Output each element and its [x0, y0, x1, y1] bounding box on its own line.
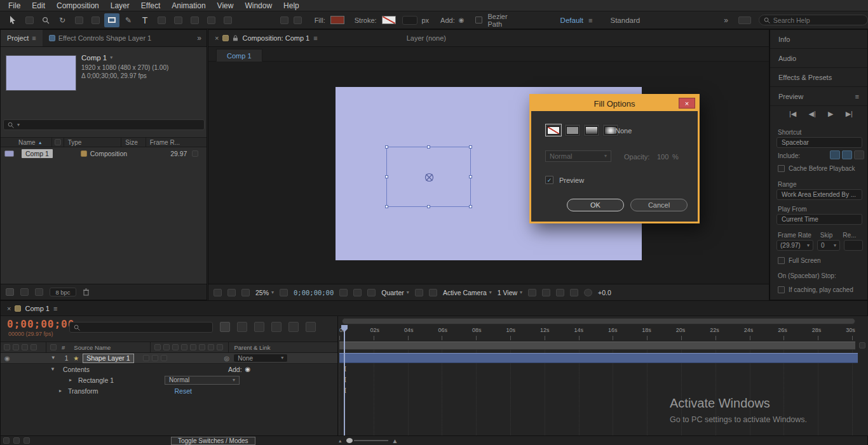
menu-view[interactable]: View: [212, 1, 240, 11]
shortcut-select[interactable]: Spacebar: [776, 137, 862, 148]
trash-icon[interactable]: [83, 288, 90, 296]
opacity-value[interactable]: 100: [657, 153, 668, 161]
mini-flowchart-icon[interactable]: [220, 322, 230, 332]
handle-top-right[interactable]: [469, 145, 472, 149]
include-video-toggle[interactable]: [830, 150, 840, 159]
menu-help[interactable]: Help: [278, 1, 305, 11]
blend-mode-select[interactable]: Normal▾: [165, 376, 240, 385]
contents-twirl-icon[interactable]: ▼: [50, 367, 55, 372]
menu-edit[interactable]: Edit: [26, 1, 51, 11]
icon-view-icon[interactable]: [20, 288, 29, 296]
brush-tool[interactable]: [154, 13, 169, 27]
zoom-select[interactable]: 25%▾: [255, 289, 274, 296]
dialog-title-bar[interactable]: Fill Options ×: [531, 96, 698, 111]
rectangle-row[interactable]: ▸ Rectangle 1 Normal▾: [1, 375, 337, 385]
comp-item-name[interactable]: Comp 1: [22, 149, 53, 158]
ok-button[interactable]: OK: [567, 199, 624, 211]
hand-tool[interactable]: [22, 13, 37, 27]
zoom-out-icon[interactable]: ▲: [338, 439, 342, 443]
rectangle-shape-tool[interactable]: [104, 13, 119, 27]
puppet-pin-tool[interactable]: [220, 13, 235, 27]
add-target-icon[interactable]: ◉: [245, 366, 251, 373]
frame-rate-select[interactable]: (29.97)▾: [776, 240, 813, 251]
time-navigator[interactable]: [342, 318, 855, 324]
stroke-color-swatch[interactable]: [382, 16, 396, 24]
work-area-bar[interactable]: [339, 342, 855, 350]
always-preview-icon[interactable]: [214, 289, 222, 296]
exposure-icon[interactable]: [584, 289, 592, 296]
viewer-timecode[interactable]: 0;00;00;00: [294, 289, 334, 296]
layer-3d-switch[interactable]: [161, 355, 167, 361]
bezier-path-checkbox[interactable]: [475, 17, 482, 23]
parent-select[interactable]: None▾: [233, 354, 288, 362]
current-time-indicator[interactable]: [344, 325, 345, 435]
draft-3d-icon[interactable]: [237, 322, 247, 332]
source-name-column[interactable]: Source Name: [74, 344, 111, 351]
timeline-button-icon[interactable]: [556, 289, 564, 296]
close-icon[interactable]: ×: [215, 34, 219, 42]
handle-bottom-right[interactable]: [469, 205, 472, 208]
blend-mode-select[interactable]: Normal▾: [545, 150, 611, 162]
shape-selection-rect[interactable]: [386, 147, 471, 207]
project-search-input[interactable]: [23, 121, 200, 129]
view-layout-select[interactable]: 1 View▾: [498, 289, 522, 296]
help-search-input[interactable]: [773, 17, 863, 24]
play-from-select[interactable]: Current Time: [776, 214, 862, 225]
workspace-switch-icon[interactable]: [738, 17, 751, 24]
fill-color-swatch[interactable]: [330, 16, 344, 24]
panel-menu-icon[interactable]: ≡: [855, 93, 859, 100]
workspace-standard[interactable]: Standard: [610, 17, 640, 24]
menu-layer[interactable]: Layer: [105, 1, 135, 11]
flowchart-icon[interactable]: [570, 289, 578, 296]
handle-bottom-left[interactable]: [385, 205, 388, 208]
mask-visibility-icon[interactable]: [280, 289, 288, 296]
comp-thumbnail[interactable]: [6, 55, 76, 91]
handle-top-center[interactable]: [427, 145, 430, 149]
layer-twirl-icon[interactable]: ▼: [51, 355, 56, 361]
toolbar-extra-icon-1[interactable]: [280, 17, 288, 24]
prev-frame-button[interactable]: ◀|: [809, 110, 816, 118]
graph-editor-icon[interactable]: [306, 322, 316, 332]
eraser-tool[interactable]: [187, 13, 202, 27]
next-frame-button[interactable]: ▶|: [846, 110, 853, 118]
rectangle-twirl-icon[interactable]: ▸: [69, 378, 72, 383]
timeline-zoom-slider[interactable]: [346, 438, 388, 443]
menu-composition[interactable]: Composition: [51, 1, 105, 11]
column-name[interactable]: Name: [18, 139, 36, 146]
include-audio-toggle[interactable]: [842, 150, 852, 159]
current-timecode[interactable]: 0;00;00;00: [7, 318, 74, 330]
effects-presets-panel-header[interactable]: Effects & Presets: [770, 68, 867, 87]
pan-behind-tool[interactable]: [88, 13, 103, 27]
pen-tool[interactable]: ✎: [121, 13, 136, 27]
motion-blur-icon[interactable]: [288, 322, 299, 332]
search-options-caret-icon[interactable]: ▾: [17, 123, 20, 128]
anchor-point-icon[interactable]: [423, 171, 435, 183]
layer-duration-bar[interactable]: [339, 353, 858, 363]
preview-resolution-select[interactable]: [844, 240, 863, 251]
transform-twirl-icon[interactable]: ▸: [59, 389, 62, 394]
fast-previews-icon[interactable]: [542, 289, 550, 296]
preview-panel-header[interactable]: Preview ≡: [770, 87, 867, 106]
comp-marker-bin-icon[interactable]: [859, 342, 865, 349]
camera-tool[interactable]: [71, 13, 86, 27]
tab-composition[interactable]: × Composition: Comp 1 ≡: [208, 30, 324, 46]
menu-animation[interactable]: Animation: [166, 1, 211, 11]
close-icon[interactable]: ×: [7, 305, 11, 312]
stroke-width-field[interactable]: [402, 16, 418, 25]
rotation-tool[interactable]: ↻: [55, 13, 70, 27]
time-ruler[interactable]: 0s 02s 04s 06s 08s 10s 12s 14s 16s 18s 2…: [339, 327, 855, 333]
zoom-in-icon[interactable]: ▲: [392, 437, 398, 444]
play-button[interactable]: ▶: [828, 110, 833, 118]
range-select[interactable]: Work Area Extended By ...: [776, 189, 862, 200]
panel-menu-icon[interactable]: ≡: [313, 34, 317, 42]
clone-stamp-tool[interactable]: [170, 13, 186, 27]
expand-time-controls-icon[interactable]: [24, 437, 30, 444]
contents-row[interactable]: ▼ Contents Add: ◉: [1, 364, 337, 375]
panel-menu-icon[interactable]: ≡: [32, 34, 36, 42]
workspace-default[interactable]: Default: [560, 17, 583, 24]
project-item-row[interactable]: Comp 1 Composition 29.97: [1, 148, 207, 159]
skip-select[interactable]: 0▾: [817, 240, 840, 251]
roto-brush-tool[interactable]: [203, 13, 219, 27]
layer-quality-switch[interactable]: [143, 355, 149, 361]
show-snapshot-icon[interactable]: [353, 289, 362, 296]
